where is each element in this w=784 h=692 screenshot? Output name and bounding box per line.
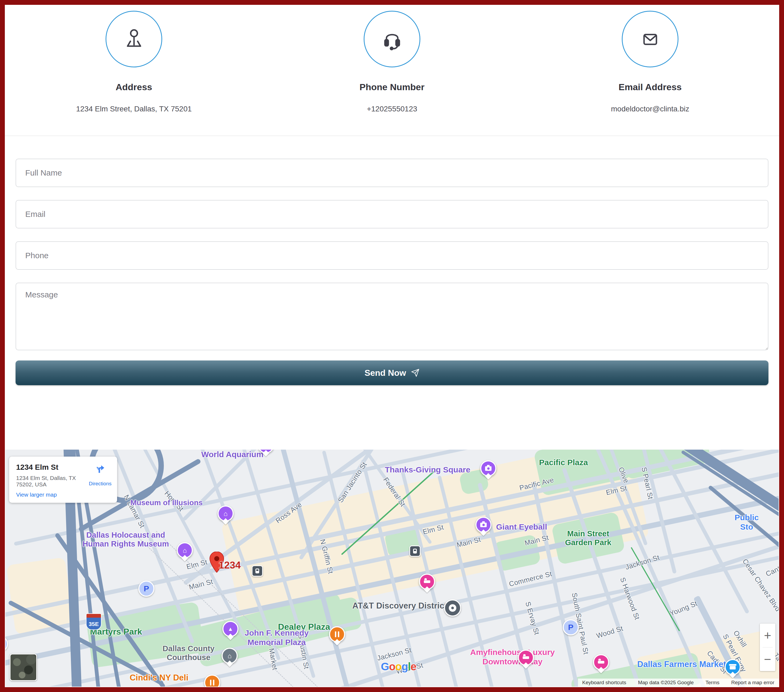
- report-map-error-link[interactable]: Report a map error: [731, 680, 774, 685]
- destination-marker-label: 1234: [219, 560, 240, 571]
- poi-label: World Aquarium: [201, 450, 264, 459]
- monument-pin-icon[interactable]: ▲: [222, 621, 239, 637]
- directions-icon: [94, 462, 106, 474]
- poi-label: Thanks-Giving Square: [385, 465, 470, 475]
- hotel-pin-icon[interactable]: [419, 574, 435, 590]
- map-canvas[interactable]: 1234 35E 1234 Elm St 1234 Elm St, Dallas…: [5, 450, 779, 687]
- google-logo-letter: o: [395, 661, 402, 672]
- directions-label: Directions: [88, 481, 112, 487]
- contact-title-phone: Phone Number: [360, 82, 425, 92]
- contact-card-email: Email Address modeldoctor@clinta.biz: [521, 11, 779, 113]
- headset-icon: [364, 11, 420, 67]
- parking-pin-icon[interactable]: P: [138, 580, 155, 597]
- google-logo: Google: [381, 661, 416, 673]
- interstate-35e-shield: 35E: [86, 613, 102, 630]
- restaurant-pin-icon[interactable]: [329, 626, 345, 642]
- contact-value-email: modeldoctor@clinta.biz: [611, 105, 689, 113]
- google-logo-letter: o: [389, 661, 395, 672]
- street-label: Wood St: [595, 624, 624, 640]
- section-divider: [5, 136, 779, 136]
- info-card-address: 1234 Elm St, Dallas, TX 75202, USA: [16, 475, 89, 488]
- hotel-pin-icon[interactable]: [593, 654, 609, 670]
- map-attribution: Keyboard shortcuts Map data ©2025 Google…: [578, 679, 779, 687]
- map-pin-icon: [105, 11, 162, 67]
- streetview-thumbnail[interactable]: [10, 654, 37, 681]
- google-logo-letter: G: [381, 661, 389, 672]
- street-label: Cesar Chavez Blvd: [741, 557, 779, 613]
- parking-pin-icon[interactable]: P: [563, 619, 579, 635]
- camera-pin-icon[interactable]: [480, 460, 496, 477]
- map-zoom-control: + −: [760, 623, 776, 671]
- transit-station-icon[interactable]: [252, 565, 263, 577]
- camera-pin-icon[interactable]: [475, 517, 491, 533]
- poi-label: Dallas Holocaust and Human Rights Museum: [82, 531, 169, 549]
- map-info-card: 1234 Elm St 1234 Elm St, Dallas, TX 7520…: [9, 457, 117, 503]
- street-label: Jackson St: [376, 646, 413, 662]
- contact-value-address: 1234 Elm Street, Dallas, TX 75201: [76, 105, 192, 113]
- send-icon: [411, 368, 420, 377]
- museum-pin-icon[interactable]: ⌂: [177, 542, 193, 558]
- poi-label: Giant Eyeball: [496, 523, 547, 532]
- view-larger-map-link[interactable]: View larger map: [16, 491, 57, 498]
- phone-input[interactable]: [16, 241, 768, 270]
- street-label: Canto: [764, 563, 779, 578]
- message-textarea[interactable]: [16, 283, 768, 350]
- poi-label: Main Street Garden Park: [565, 529, 611, 547]
- google-logo-letter: l: [408, 661, 410, 672]
- museum-pin-icon[interactable]: ⌂: [217, 505, 234, 521]
- poi-label: Dallas Farmers Market: [637, 659, 726, 669]
- envelope-icon: [622, 11, 679, 67]
- email-input[interactable]: [16, 200, 768, 228]
- poi-label: AT&T Discovery District: [352, 601, 447, 611]
- hotel-pin-icon[interactable]: [518, 649, 534, 666]
- contact-form: Send Now: [5, 140, 779, 385]
- full-name-input[interactable]: [16, 159, 768, 187]
- contact-title-email: Email Address: [619, 82, 682, 92]
- transit-station-icon[interactable]: [409, 546, 421, 557]
- contact-title-address: Address: [115, 82, 152, 92]
- terms-link[interactable]: Terms: [706, 680, 720, 685]
- google-logo-letter: g: [402, 661, 408, 672]
- poi-label: Pacific Plaza: [539, 458, 588, 467]
- map-beige: [6, 557, 74, 634]
- contact-card-address: Address 1234 Elm Street, Dallas, TX 7520…: [5, 11, 263, 113]
- poi-label: Dallas County Courthouse: [163, 644, 214, 662]
- place-dot-icon[interactable]: [444, 599, 461, 616]
- contact-value-phone: +12025550123: [367, 105, 417, 113]
- directions-button[interactable]: Directions: [88, 462, 112, 487]
- contact-info-section: Address 1234 Elm Street, Dallas, TX 7520…: [5, 5, 779, 113]
- poi-label: Cindi's NY Deli: [130, 673, 189, 682]
- send-now-label: Send Now: [364, 368, 406, 378]
- poi-label: John F. Kennedy Memorial Plaza: [245, 628, 309, 647]
- zoom-in-button[interactable]: +: [760, 623, 776, 647]
- poi-label: Museum of Illusions: [130, 498, 203, 507]
- zoom-out-button[interactable]: −: [760, 648, 776, 671]
- museum-pin-icon[interactable]: ⌂: [222, 648, 238, 664]
- poi-label: Amyfinehouse Luxury Downtown Stay: [470, 648, 555, 666]
- street-label: Jackson St: [624, 553, 661, 572]
- contact-page: Address 1234 Elm Street, Dallas, TX 7520…: [0, 0, 784, 692]
- contact-card-phone: Phone Number +12025550123: [263, 11, 521, 113]
- market-pin-icon[interactable]: [725, 659, 741, 675]
- keyboard-shortcuts-link[interactable]: Keyboard shortcuts: [582, 680, 626, 685]
- street-label: Young St: [669, 599, 698, 618]
- google-logo-letter: e: [411, 661, 416, 672]
- send-now-button[interactable]: Send Now: [16, 360, 768, 385]
- poi-label: Public Sto: [731, 513, 763, 531]
- map-data-copyright: Map data ©2025 Google: [638, 680, 693, 685]
